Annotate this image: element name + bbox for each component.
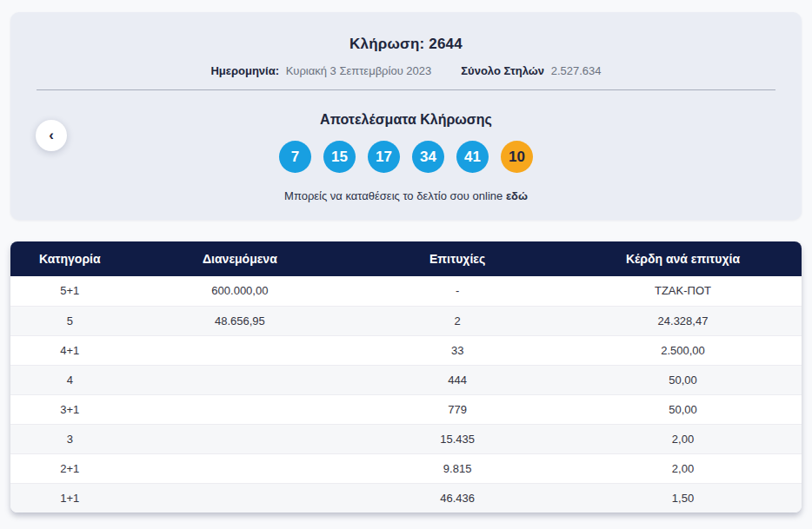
table-cell: 3	[10, 424, 130, 453]
table-cell: 4	[10, 365, 130, 394]
table-row: 5+1600.000,00-ΤΖΑΚ-ΠΟΤ	[10, 276, 802, 306]
number-ball: 15	[323, 141, 356, 173]
table-cell	[130, 424, 351, 453]
table-cell: 48.656,95	[130, 306, 351, 335]
joker-ball: 10	[501, 141, 533, 173]
table-row: 548.656,95224.328,47	[10, 306, 802, 335]
date-value: Κυριακή 3 Σεπτεμβρίου 2023	[286, 64, 432, 77]
table-cell: 24.328,47	[564, 306, 802, 335]
number-ball: 7	[279, 141, 311, 173]
table-cell	[130, 335, 351, 365]
table-cell: 2	[350, 306, 564, 335]
table-cell: 5+1	[10, 276, 130, 306]
prev-draw-button[interactable]: ‹	[36, 120, 67, 151]
page-title: Κλήρωση: 2644	[10, 36, 802, 53]
date-label: Ημερομηνία:	[210, 64, 279, 77]
table-cell: -	[350, 276, 564, 306]
chevron-left-icon: ‹	[49, 128, 54, 142]
columns-value: 2.527.634	[551, 64, 602, 77]
table-cell: 1,50	[564, 483, 802, 512]
table-cell: 15.435	[350, 424, 564, 453]
table-cell: 600.000,00	[130, 276, 351, 306]
results-title: Αποτελέσματα Κλήρωσης	[10, 112, 802, 128]
columns-label: Σύνολο Στηλών	[461, 64, 544, 77]
total-columns: Σύνολο Στηλών 2.527.634	[461, 64, 601, 77]
table-row: 4+1332.500,00	[10, 335, 802, 365]
header-divider	[37, 89, 775, 90]
table-cell: 46.436	[350, 483, 564, 512]
draw-date: Ημερομηνία: Κυριακή 3 Σεπτεμβρίου 2023	[210, 64, 431, 77]
cta-text: Μπορείς να καταθέσεις το δελτίο σου onli…	[10, 189, 802, 202]
table-cell: ΤΖΑΚ-ΠΟΤ	[564, 276, 802, 306]
results-table-body: 5+1600.000,00-ΤΖΑΚ-ΠΟΤ548.656,95224.328,…	[10, 276, 802, 512]
table-cell: 779	[350, 394, 564, 424]
table-cell: 2,00	[564, 424, 802, 453]
table-header-row: Κατηγορία Διανεμόμενα Επιτυχίες Κέρδη αν…	[10, 241, 802, 276]
table-cell: 50,00	[564, 394, 802, 424]
draw-card: Κλήρωση: 2644 Ημερομηνία: Κυριακή 3 Σεπτ…	[10, 12, 802, 220]
table-cell: 4+1	[10, 335, 130, 365]
number-ball: 34	[412, 141, 444, 173]
table-cell: 2+1	[10, 453, 130, 483]
table-cell: 5	[10, 306, 130, 335]
header-distributed: Διανεμόμενα	[130, 241, 351, 276]
table-cell: 33	[350, 335, 564, 365]
table-row: 2+19.8152,00	[10, 453, 802, 483]
table-row: 1+146.4361,50	[10, 483, 802, 512]
table-row: 3+177950,00	[10, 394, 802, 424]
table-cell: 9.815	[350, 453, 564, 483]
cta-text-main: Μπορείς να καταθέσεις το δελτίο σου onli…	[284, 189, 503, 202]
header-winners: Επιτυχίες	[350, 241, 564, 276]
table-cell	[130, 453, 351, 483]
table-cell	[130, 483, 351, 512]
numbers-row: 71517344110	[10, 141, 802, 173]
table-cell	[130, 394, 351, 424]
table-cell: 1+1	[10, 483, 130, 512]
table-cell	[130, 365, 351, 394]
cta-link[interactable]: εδώ	[506, 189, 528, 202]
number-ball: 41	[456, 141, 489, 173]
results-table: Κατηγορία Διανεμόμενα Επιτυχίες Κέρδη αν…	[10, 241, 802, 512]
table-cell: 2.500,00	[564, 335, 802, 365]
results-table-card: Κατηγορία Διανεμόμενα Επιτυχίες Κέρδη αν…	[10, 241, 802, 512]
table-cell: 444	[350, 365, 564, 394]
table-cell: 50,00	[564, 365, 802, 394]
header-prize-per-win: Κέρδη ανά επιτυχία	[564, 241, 802, 276]
table-cell: 3+1	[10, 394, 130, 424]
draw-meta: Ημερομηνία: Κυριακή 3 Σεπτεμβρίου 2023 Σ…	[10, 64, 802, 77]
table-row: 315.4352,00	[10, 424, 802, 453]
table-cell: 2,00	[564, 453, 802, 483]
number-ball: 17	[368, 141, 400, 173]
header-category: Κατηγορία	[10, 241, 130, 276]
table-row: 444450,00	[10, 365, 802, 394]
